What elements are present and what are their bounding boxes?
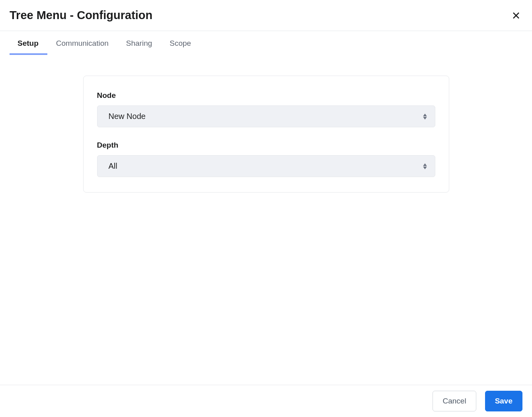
tab-bar: Setup Communication Sharing Scope xyxy=(0,31,532,55)
dialog-footer: Cancel Save xyxy=(0,385,532,417)
setup-card: Node New Node Depth All xyxy=(83,76,449,193)
tab-scope[interactable]: Scope xyxy=(161,31,200,55)
save-button[interactable]: Save xyxy=(485,391,522,411)
field-node: Node New Node xyxy=(97,91,435,127)
node-select-wrapper: New Node xyxy=(97,105,435,127)
tab-setup[interactable]: Setup xyxy=(10,31,47,55)
tab-sharing[interactable]: Sharing xyxy=(117,31,161,55)
cancel-button[interactable]: Cancel xyxy=(433,391,476,411)
close-button[interactable] xyxy=(510,9,522,22)
depth-select-value: All xyxy=(109,162,117,171)
node-select-value: New Node xyxy=(109,112,146,121)
dialog-title: Tree Menu - Configuration xyxy=(10,9,152,22)
depth-select[interactable]: All xyxy=(97,155,435,177)
node-select[interactable]: New Node xyxy=(97,105,435,127)
depth-select-wrapper: All xyxy=(97,155,435,177)
tab-communication[interactable]: Communication xyxy=(47,31,117,55)
dialog-content: Node New Node Depth All xyxy=(0,55,532,385)
depth-label: Depth xyxy=(97,141,435,150)
dialog-header: Tree Menu - Configuration xyxy=(0,0,532,31)
close-icon xyxy=(511,11,521,20)
field-depth: Depth All xyxy=(97,141,435,177)
node-label: Node xyxy=(97,91,435,100)
